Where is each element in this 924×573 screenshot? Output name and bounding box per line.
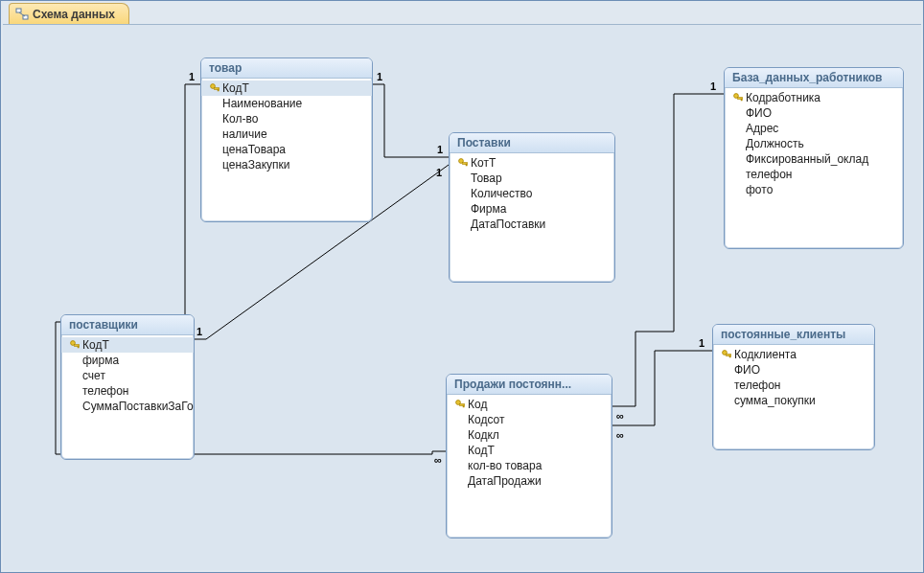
svg-rect-14	[463, 405, 464, 407]
field-row[interactable]: сумма_покупки	[713, 393, 874, 408]
svg-rect-17	[741, 99, 742, 101]
table-title: постоянные_клиенты	[713, 325, 874, 345]
field-name: КодТ	[222, 81, 249, 95]
table-title: товар	[201, 58, 372, 79]
field-row[interactable]: ДатаПоставки	[450, 217, 614, 232]
tab-strip: Схема данных	[1, 1, 923, 24]
primary-key-icon	[719, 349, 734, 360]
field-row[interactable]: СуммаПоставкиЗаГо	[61, 399, 194, 414]
field-row[interactable]: КодТ	[201, 80, 372, 96]
field-name: Должность	[746, 137, 804, 150]
field-row[interactable]: ценаТовара	[201, 142, 372, 157]
field-row[interactable]: КодТ	[61, 337, 194, 353]
field-name: сумма_покупки	[734, 394, 816, 407]
field-row[interactable]: ФИО	[713, 362, 874, 378]
svg-line-2	[19, 12, 25, 16]
cardinality-many: ∞	[616, 429, 624, 441]
field-row[interactable]: наличие	[201, 126, 372, 142]
table-tovar[interactable]: товар КодТНаименованиеКол-воналичиеценаТ…	[200, 57, 373, 222]
cardinality-one: 1	[710, 80, 716, 92]
primary-key-icon	[452, 399, 468, 410]
field-name: ценаЗакупки	[222, 158, 289, 172]
cardinality-many: ∞	[434, 454, 442, 466]
table-title: Продажи постоянн...	[447, 375, 612, 395]
field-name: ДатаПоставки	[471, 218, 545, 231]
field-row[interactable]: Кодкл	[447, 427, 612, 443]
cardinality-one: 1	[196, 326, 202, 337]
primary-key-icon	[730, 92, 746, 103]
field-row[interactable]: ДатаПродажи	[447, 473, 612, 489]
field-row[interactable]: фирма	[61, 353, 194, 368]
field-row[interactable]: Наименование	[201, 96, 372, 111]
field-name: ДатаПродажи	[468, 474, 542, 488]
field-name: ФИО	[734, 363, 760, 377]
field-list: КодТНаименованиеКол-воналичиеценаТоварац…	[201, 79, 372, 178]
field-row[interactable]: Адрес	[725, 121, 903, 136]
field-row[interactable]: Количество	[450, 186, 614, 201]
field-list: КодТфирмасчеттелефонСуммаПоставкиЗаГо	[61, 335, 194, 420]
field-row[interactable]: телефон	[713, 378, 874, 393]
svg-rect-5	[218, 89, 219, 91]
field-name: КодТ	[82, 338, 109, 352]
tab-schema[interactable]: Схема данных	[9, 3, 129, 24]
field-name: телефон	[746, 168, 793, 181]
field-name: Фиксированный_оклад	[746, 152, 868, 166]
field-row[interactable]: кол-во товара	[447, 458, 612, 473]
field-name: Кодклиента	[734, 348, 797, 361]
table-postavshchiki[interactable]: поставщики КодТфирмасчеттелефонСуммаПост…	[60, 314, 195, 460]
field-row[interactable]: Товар	[450, 171, 614, 186]
field-row[interactable]: Кодклиента	[713, 347, 874, 362]
field-row[interactable]: КотТ	[450, 155, 614, 171]
field-row[interactable]: телефон	[725, 167, 903, 182]
field-row[interactable]: Фиксированный_оклад	[725, 151, 903, 167]
field-name: кол-во товара	[468, 459, 542, 472]
cardinality-many: ∞	[616, 410, 624, 422]
field-row[interactable]: фото	[725, 182, 903, 197]
field-name: Кодкл	[468, 428, 499, 442]
field-row[interactable]: телефон	[61, 383, 194, 399]
field-row[interactable]: Кодработника	[725, 90, 903, 105]
field-row[interactable]: Должность	[725, 136, 903, 151]
relationships-icon	[15, 8, 29, 21]
field-name: счет	[82, 369, 105, 382]
svg-rect-11	[466, 164, 467, 166]
table-rabotniki[interactable]: База_данных_работников КодработникаФИОАд…	[724, 67, 904, 249]
field-list: КодКодсотКодклКодТкол-во товараДатаПрода…	[447, 395, 612, 494]
field-list: КодклиентаФИОтелефонсумма_покупки	[713, 345, 874, 414]
field-name: Кол-во	[222, 112, 258, 126]
primary-key-icon	[455, 157, 471, 169]
field-name: Количество	[471, 187, 532, 200]
field-row[interactable]: КодТ	[447, 443, 612, 458]
field-name: Наименование	[222, 97, 302, 110]
table-prodazhi[interactable]: Продажи постоянн... КодКодсотКодклКодТко…	[446, 374, 612, 539]
primary-key-icon	[207, 82, 222, 94]
field-row[interactable]: Кодсот	[447, 412, 612, 427]
primary-key-icon	[67, 339, 82, 351]
field-name: телефон	[734, 378, 781, 392]
field-row[interactable]: Код	[447, 397, 612, 412]
field-row[interactable]: Фирма	[450, 201, 614, 217]
svg-rect-20	[729, 355, 730, 357]
field-name: КотТ	[471, 156, 496, 170]
field-name: Фирма	[471, 202, 506, 216]
field-name: телефон	[82, 384, 129, 398]
field-row[interactable]: ценаЗакупки	[201, 157, 372, 172]
field-name: Товар	[471, 172, 502, 185]
svg-rect-8	[78, 346, 79, 348]
field-name: Адрес	[746, 122, 778, 135]
cardinality-one: 1	[377, 71, 382, 82]
field-row[interactable]: ФИО	[725, 105, 903, 121]
field-row[interactable]: счет	[61, 368, 194, 383]
diagram-canvas[interactable]: 1 1 1 1 1 ∞ 1 ∞ 1 ∞ товар КодТНаименован…	[3, 24, 921, 570]
table-postavki[interactable]: Поставки КотТТоварКоличествоФирмаДатаПос…	[449, 132, 615, 283]
field-name: Кодработника	[746, 91, 820, 104]
field-row[interactable]: Кол-во	[201, 111, 372, 126]
table-klienty[interactable]: постоянные_клиенты КодклиентаФИОтелефонс…	[712, 324, 875, 450]
table-title: База_данных_работников	[725, 68, 903, 88]
field-name: Кодсот	[468, 413, 504, 426]
tab-label: Схема данных	[33, 8, 115, 21]
field-name: КодТ	[468, 444, 495, 457]
field-name: фото	[746, 183, 773, 196]
cardinality-one: 1	[189, 71, 195, 82]
field-name: СуммаПоставкиЗаГо	[82, 400, 194, 413]
